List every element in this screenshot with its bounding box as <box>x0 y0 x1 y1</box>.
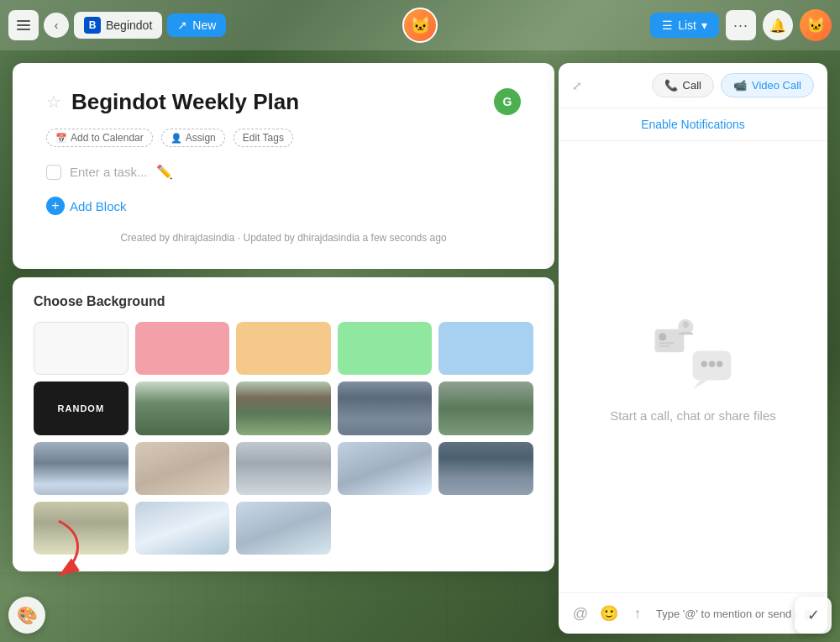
bg-swatch-photo-3[interactable] <box>338 382 433 434</box>
palette-icon: 🎨 <box>17 605 38 625</box>
list-icon: ☰ <box>662 18 673 32</box>
menu-line-2 <box>17 24 30 26</box>
bg-swatch-photo-4[interactable] <box>438 382 533 434</box>
assign-button[interactable]: 👤 Assign <box>161 129 225 147</box>
topbar-left: ‹ B Begindot ↗ New <box>8 10 645 40</box>
menu-line-1 <box>17 20 30 22</box>
arrow-svg <box>34 517 84 584</box>
back-button[interactable]: ‹ <box>44 13 69 38</box>
topbar: ‹ B Begindot ↗ New 🐱 ☰ List ▾ ··· 🔔 🐱 <box>0 0 840 50</box>
tab-begindot-label: Begindot <box>106 18 152 32</box>
add-block-plus-icon: + <box>46 197 65 215</box>
bg-swatch-green[interactable] <box>338 322 433 375</box>
bg-chooser-panel: Choose Background RANDOM <box>13 277 554 571</box>
bg-swatch-photo-2[interactable] <box>236 382 331 434</box>
right-panel: ⤢ 📞 Call 📹 Video Call Enable Notificatio… <box>559 63 827 634</box>
video-icon: 📹 <box>733 79 747 92</box>
video-call-button[interactable]: 📹 Video Call <box>721 73 814 97</box>
star-icon[interactable]: ☆ <box>46 92 61 112</box>
user-g-avatar: G <box>494 88 521 115</box>
attachment-button[interactable]: ↑ <box>626 602 649 625</box>
bg-chooser-title: Choose Background <box>34 294 533 309</box>
task-footer: Created by dhirajdasindia · Updated by d… <box>46 232 521 244</box>
person-icon: 👤 <box>171 133 182 144</box>
svg-marker-7 <box>693 380 708 389</box>
task-card: ☆ Begindot Weekly Plan G 📅 Add to Calend… <box>13 63 554 269</box>
random-label: RANDOM <box>58 403 105 413</box>
check-button[interactable]: ✓ <box>795 597 832 634</box>
more-options-button[interactable]: ··· <box>726 10 756 40</box>
bg-swatch-photo-6[interactable] <box>135 442 230 495</box>
bg-swatch-photo-9[interactable] <box>438 442 533 495</box>
edit-tags-button[interactable]: Edit Tags <box>234 129 293 147</box>
palette-button[interactable]: 🎨 <box>8 597 45 634</box>
chat-actions: @ 🙂 ↑ <box>569 602 649 625</box>
menu-line-3 <box>17 29 30 30</box>
bg-swatch-white[interactable] <box>34 322 129 375</box>
task-input-placeholder[interactable]: Enter a task... <box>70 165 148 179</box>
chat-empty-text: Start a call, chat or share files <box>610 407 776 424</box>
bg-swatch-pink[interactable] <box>135 322 230 375</box>
chat-input-area: @ 🙂 ↑ ▶ <box>559 592 827 634</box>
add-block-label: Add Block <box>70 199 127 213</box>
task-title: Begindot Weekly Plan <box>71 89 484 115</box>
add-calendar-button[interactable]: 📅 Add to Calendar <box>46 129 153 147</box>
emoji-button[interactable]: 🙂 <box>597 602 621 625</box>
arrow-indicator <box>34 517 84 587</box>
svg-rect-3 <box>659 345 670 347</box>
bg-swatch-orange[interactable] <box>236 322 331 375</box>
svg-point-9 <box>709 361 715 367</box>
expand-icon[interactable]: ⤢ <box>572 79 582 92</box>
phone-label: Call <box>683 79 701 92</box>
user-avatar-button[interactable]: 🐱 <box>800 9 832 41</box>
enable-notifications-link[interactable]: Enable Notifications <box>641 118 745 131</box>
task-meta: 📅 Add to Calendar 👤 Assign Edit Tags <box>46 129 521 147</box>
bg-swatch-photo-8[interactable] <box>338 442 433 495</box>
add-block-button[interactable]: + Add Block <box>46 197 127 215</box>
chevron-left-icon: ‹ <box>55 18 59 32</box>
assign-label: Assign <box>186 132 216 144</box>
topbar-right: ☰ List ▾ ··· 🔔 🐱 <box>650 9 832 41</box>
list-label: List <box>678 18 696 32</box>
svg-rect-2 <box>659 342 674 344</box>
task-footer-text: Created by dhirajdasindia · Updated by d… <box>120 232 446 244</box>
add-calendar-label: Add to Calendar <box>71 132 144 144</box>
notifications-banner: Enable Notifications <box>559 108 827 141</box>
external-link-icon: ↗ <box>177 18 187 32</box>
bg-swatch-random[interactable]: RANDOM <box>34 382 129 434</box>
right-panel-header: ⤢ 📞 Call 📹 Video Call <box>559 63 827 108</box>
chat-empty-state: Start a call, chat or share files <box>559 141 827 592</box>
tab-new-button[interactable]: ↗ New <box>167 13 226 37</box>
bg-swatch-partial[interactable] <box>236 502 331 555</box>
center-avatar: 🐱 <box>402 8 438 43</box>
chat-input-row: @ 🙂 ↑ ▶ <box>569 602 817 625</box>
list-view-button[interactable]: ☰ List ▾ <box>650 13 719 38</box>
chat-bubble-smiley-icon <box>689 347 735 393</box>
menu-button[interactable] <box>8 10 39 40</box>
svg-point-5 <box>683 322 689 328</box>
bg-swatch-photo-5[interactable] <box>34 442 129 495</box>
bg-grid: RANDOM <box>34 322 533 555</box>
svg-rect-1 <box>659 333 666 340</box>
begindot-icon: B <box>84 17 101 34</box>
tab-begindot[interactable]: B Begindot <box>74 12 162 39</box>
chat-illustration <box>643 309 743 393</box>
task-checkbox[interactable] <box>46 165 61 180</box>
bg-swatch-photo-1[interactable] <box>135 382 230 434</box>
bg-swatch-blue[interactable] <box>438 322 533 375</box>
video-call-label: Video Call <box>752 79 801 92</box>
check-icon: ✓ <box>807 606 820 624</box>
chat-text-input[interactable] <box>656 608 798 620</box>
bg-swatch-photo-11[interactable] <box>135 502 230 555</box>
task-header: ☆ Begindot Weekly Plan G <box>46 88 521 115</box>
task-input-row: Enter a task... ✏️ <box>46 164 521 180</box>
chevron-down-icon: ▾ <box>701 18 707 32</box>
bottom-toolbar: 🎨 <box>8 597 45 634</box>
mention-button[interactable]: @ <box>569 602 592 625</box>
calendar-icon: 📅 <box>55 133 67 144</box>
bg-swatch-photo-7[interactable] <box>236 442 331 495</box>
phone-call-button[interactable]: 📞 Call <box>652 73 714 97</box>
pencil-icon: ✏️ <box>156 164 173 180</box>
notifications-button[interactable]: 🔔 <box>763 10 793 40</box>
tab-new-label: New <box>192 18 216 32</box>
